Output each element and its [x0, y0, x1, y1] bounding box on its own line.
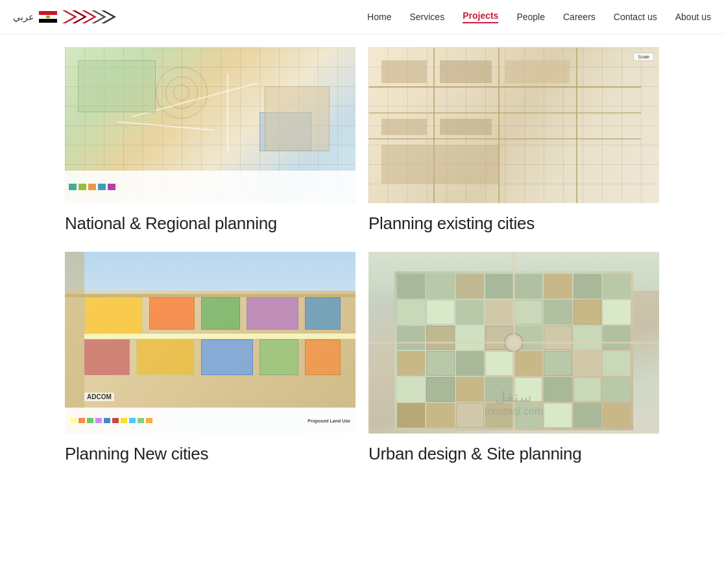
nav-projects[interactable]: Projects: [463, 10, 498, 23]
nav-brand: عربي: [13, 7, 140, 27]
map-new-cities-image: ADCOM Proposed Land Us: [65, 252, 356, 434]
card-planning-existing[interactable]: Scale Planning existing cities: [368, 47, 659, 239]
map-regional-image: [65, 47, 356, 203]
card-urban-design[interactable]: ستقل mostaql.com Urban design & Site pla…: [368, 252, 659, 469]
card-image-new-cities: ADCOM Proposed Land Us: [65, 252, 356, 434]
nav-careers[interactable]: Careers: [563, 12, 596, 22]
arabic-label[interactable]: عربي: [13, 12, 34, 22]
card-image-existing: Scale: [368, 47, 659, 203]
projects-grid: National & Regional planning: [65, 47, 659, 469]
card-planning-new[interactable]: ADCOM Proposed Land Us: [65, 252, 356, 469]
map-existing-image: Scale: [368, 47, 659, 203]
nav-people[interactable]: People: [516, 12, 545, 22]
egypt-flag-icon: [39, 11, 57, 23]
card-label-national: National & Regional planning: [65, 203, 356, 239]
card-label-new-cities: Planning New cities: [65, 434, 356, 469]
nav-home[interactable]: Home: [367, 12, 391, 22]
company-logo[interactable]: [62, 7, 140, 27]
card-image-national: [65, 47, 356, 203]
card-image-urban: [368, 252, 659, 434]
card-label-urban: Urban design & Site planning: [368, 434, 659, 469]
svg-rect-0: [39, 11, 57, 15]
svg-point-3: [46, 16, 50, 18]
map-urban-image: [368, 252, 659, 434]
svg-marker-4: [62, 10, 77, 23]
nav-about[interactable]: About us: [675, 12, 711, 22]
nav-services[interactable]: Services: [409, 12, 444, 22]
nav-links-container: Home Services Projects People Careers Co…: [367, 10, 711, 23]
card-national-regional[interactable]: National & Regional planning: [65, 47, 356, 239]
nav-contact[interactable]: Contact us: [614, 12, 657, 22]
main-content: National & Regional planning: [0, 34, 724, 482]
svg-rect-2: [39, 19, 57, 23]
main-navigation: عربي Home Servi: [0, 0, 724, 34]
card-label-existing: Planning existing cities: [368, 203, 659, 239]
